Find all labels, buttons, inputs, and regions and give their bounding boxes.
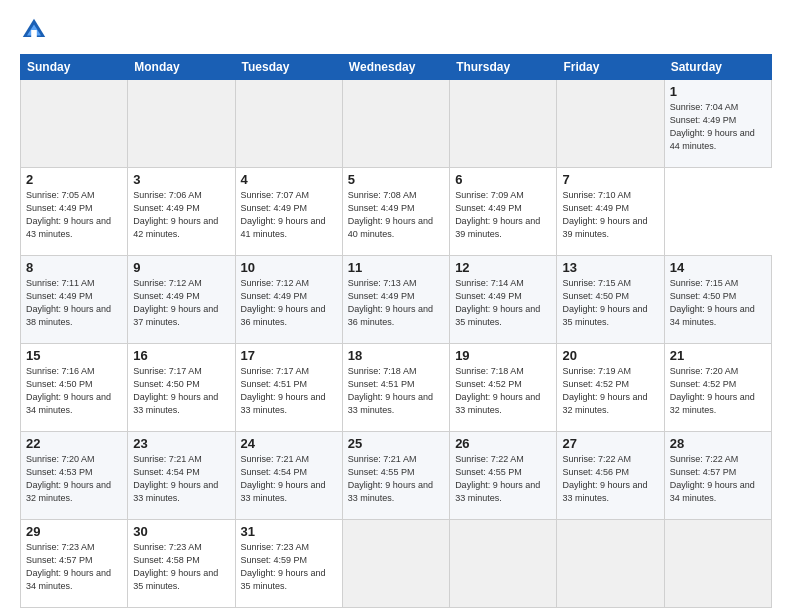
calendar-cell [342,80,449,168]
calendar-week-1: 2Sunrise: 7:05 AMSunset: 4:49 PMDaylight… [21,168,772,256]
calendar-cell [450,520,557,608]
day-number: 31 [241,524,337,539]
day-number: 28 [670,436,766,451]
day-number: 22 [26,436,122,451]
day-number: 30 [133,524,229,539]
day-info: Sunrise: 7:13 AMSunset: 4:49 PMDaylight:… [348,277,444,329]
day-number: 12 [455,260,551,275]
calendar-cell [21,80,128,168]
day-info: Sunrise: 7:23 AMSunset: 4:59 PMDaylight:… [241,541,337,593]
weekday-row: SundayMondayTuesdayWednesdayThursdayFrid… [21,55,772,80]
day-number: 25 [348,436,444,451]
day-number: 8 [26,260,122,275]
day-info: Sunrise: 7:11 AMSunset: 4:49 PMDaylight:… [26,277,122,329]
calendar-week-5: 29Sunrise: 7:23 AMSunset: 4:57 PMDayligh… [21,520,772,608]
calendar-cell [557,520,664,608]
day-number: 5 [348,172,444,187]
day-number: 15 [26,348,122,363]
day-number: 27 [562,436,658,451]
calendar-cell [664,520,771,608]
calendar-cell: 21Sunrise: 7:20 AMSunset: 4:52 PMDayligh… [664,344,771,432]
logo-icon [20,16,48,44]
day-info: Sunrise: 7:09 AMSunset: 4:49 PMDaylight:… [455,189,551,241]
day-info: Sunrise: 7:06 AMSunset: 4:49 PMDaylight:… [133,189,229,241]
calendar-cell: 31Sunrise: 7:23 AMSunset: 4:59 PMDayligh… [235,520,342,608]
day-info: Sunrise: 7:20 AMSunset: 4:53 PMDaylight:… [26,453,122,505]
weekday-header-thursday: Thursday [450,55,557,80]
calendar-cell: 20Sunrise: 7:19 AMSunset: 4:52 PMDayligh… [557,344,664,432]
day-number: 20 [562,348,658,363]
calendar-cell: 27Sunrise: 7:22 AMSunset: 4:56 PMDayligh… [557,432,664,520]
calendar-cell [557,80,664,168]
calendar-cell: 2Sunrise: 7:05 AMSunset: 4:49 PMDaylight… [21,168,128,256]
weekday-header-friday: Friday [557,55,664,80]
day-number: 19 [455,348,551,363]
day-info: Sunrise: 7:07 AMSunset: 4:49 PMDaylight:… [241,189,337,241]
day-number: 18 [348,348,444,363]
day-number: 4 [241,172,337,187]
day-number: 11 [348,260,444,275]
calendar-cell: 15Sunrise: 7:16 AMSunset: 4:50 PMDayligh… [21,344,128,432]
day-info: Sunrise: 7:22 AMSunset: 4:55 PMDaylight:… [455,453,551,505]
calendar-cell [450,80,557,168]
day-number: 23 [133,436,229,451]
day-number: 10 [241,260,337,275]
calendar-cell: 26Sunrise: 7:22 AMSunset: 4:55 PMDayligh… [450,432,557,520]
calendar-cell: 18Sunrise: 7:18 AMSunset: 4:51 PMDayligh… [342,344,449,432]
day-info: Sunrise: 7:21 AMSunset: 4:54 PMDaylight:… [241,453,337,505]
calendar-cell: 7Sunrise: 7:10 AMSunset: 4:49 PMDaylight… [557,168,664,256]
calendar-week-4: 22Sunrise: 7:20 AMSunset: 4:53 PMDayligh… [21,432,772,520]
calendar-cell: 8Sunrise: 7:11 AMSunset: 4:49 PMDaylight… [21,256,128,344]
day-number: 2 [26,172,122,187]
day-number: 7 [562,172,658,187]
day-info: Sunrise: 7:05 AMSunset: 4:49 PMDaylight:… [26,189,122,241]
day-info: Sunrise: 7:15 AMSunset: 4:50 PMDaylight:… [670,277,766,329]
day-number: 29 [26,524,122,539]
calendar-cell: 1Sunrise: 7:04 AMSunset: 4:49 PMDaylight… [664,80,771,168]
calendar-cell: 29Sunrise: 7:23 AMSunset: 4:57 PMDayligh… [21,520,128,608]
calendar-cell: 23Sunrise: 7:21 AMSunset: 4:54 PMDayligh… [128,432,235,520]
day-info: Sunrise: 7:18 AMSunset: 4:51 PMDaylight:… [348,365,444,417]
calendar-cell: 28Sunrise: 7:22 AMSunset: 4:57 PMDayligh… [664,432,771,520]
calendar-cell: 25Sunrise: 7:21 AMSunset: 4:55 PMDayligh… [342,432,449,520]
logo [20,16,52,44]
day-info: Sunrise: 7:21 AMSunset: 4:55 PMDaylight:… [348,453,444,505]
day-info: Sunrise: 7:23 AMSunset: 4:57 PMDaylight:… [26,541,122,593]
calendar-cell: 14Sunrise: 7:15 AMSunset: 4:50 PMDayligh… [664,256,771,344]
day-info: Sunrise: 7:18 AMSunset: 4:52 PMDaylight:… [455,365,551,417]
day-number: 6 [455,172,551,187]
calendar-cell: 6Sunrise: 7:09 AMSunset: 4:49 PMDaylight… [450,168,557,256]
day-info: Sunrise: 7:12 AMSunset: 4:49 PMDaylight:… [241,277,337,329]
day-number: 26 [455,436,551,451]
calendar-cell: 10Sunrise: 7:12 AMSunset: 4:49 PMDayligh… [235,256,342,344]
calendar-table: SundayMondayTuesdayWednesdayThursdayFrid… [20,54,772,608]
day-number: 14 [670,260,766,275]
day-number: 17 [241,348,337,363]
calendar-cell: 17Sunrise: 7:17 AMSunset: 4:51 PMDayligh… [235,344,342,432]
day-info: Sunrise: 7:14 AMSunset: 4:49 PMDaylight:… [455,277,551,329]
calendar-cell: 19Sunrise: 7:18 AMSunset: 4:52 PMDayligh… [450,344,557,432]
calendar-cell [235,80,342,168]
weekday-header-sunday: Sunday [21,55,128,80]
day-info: Sunrise: 7:10 AMSunset: 4:49 PMDaylight:… [562,189,658,241]
calendar-week-0: 1Sunrise: 7:04 AMSunset: 4:49 PMDaylight… [21,80,772,168]
day-info: Sunrise: 7:08 AMSunset: 4:49 PMDaylight:… [348,189,444,241]
day-info: Sunrise: 7:17 AMSunset: 4:50 PMDaylight:… [133,365,229,417]
calendar-cell: 16Sunrise: 7:17 AMSunset: 4:50 PMDayligh… [128,344,235,432]
day-info: Sunrise: 7:12 AMSunset: 4:49 PMDaylight:… [133,277,229,329]
calendar-cell: 12Sunrise: 7:14 AMSunset: 4:49 PMDayligh… [450,256,557,344]
weekday-header-tuesday: Tuesday [235,55,342,80]
calendar-cell [342,520,449,608]
calendar-cell: 3Sunrise: 7:06 AMSunset: 4:49 PMDaylight… [128,168,235,256]
calendar-cell: 30Sunrise: 7:23 AMSunset: 4:58 PMDayligh… [128,520,235,608]
day-number: 16 [133,348,229,363]
calendar-cell: 11Sunrise: 7:13 AMSunset: 4:49 PMDayligh… [342,256,449,344]
calendar-cell [128,80,235,168]
day-number: 21 [670,348,766,363]
day-info: Sunrise: 7:15 AMSunset: 4:50 PMDaylight:… [562,277,658,329]
day-info: Sunrise: 7:17 AMSunset: 4:51 PMDaylight:… [241,365,337,417]
day-info: Sunrise: 7:04 AMSunset: 4:49 PMDaylight:… [670,101,766,153]
day-number: 13 [562,260,658,275]
calendar-week-3: 15Sunrise: 7:16 AMSunset: 4:50 PMDayligh… [21,344,772,432]
day-number: 9 [133,260,229,275]
